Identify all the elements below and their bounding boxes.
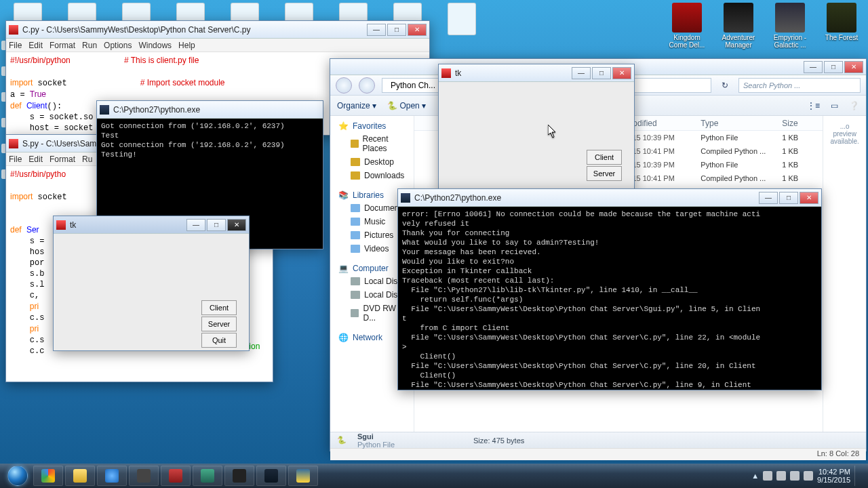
close-button[interactable]: ✕	[227, 219, 246, 231]
minimize-button[interactable]: —	[804, 61, 823, 73]
taskbar-app[interactable]	[161, 466, 191, 486]
window-tk-app-2[interactable]: tk — □ ✕ Client Server	[438, 64, 635, 190]
taskbar-python[interactable]	[288, 466, 318, 486]
steam-icon	[264, 469, 278, 483]
close-button[interactable]: ✕	[844, 61, 863, 73]
col-type[interactable]: Type	[701, 119, 782, 128]
maximize-button[interactable]: □	[779, 192, 798, 204]
tray-icon[interactable]	[763, 471, 772, 481]
server-button[interactable]: Server	[587, 166, 622, 181]
game-thumb-icon	[672, 3, 702, 33]
desktop-icon-the-forest[interactable]: The Forest	[822, 3, 861, 49]
taskbar-app[interactable]	[224, 466, 254, 486]
tray-icon[interactable]	[776, 471, 786, 481]
taskbar-explorer[interactable]	[65, 466, 95, 486]
tk-icon	[9, 139, 18, 148]
titlebar[interactable]: C:\Python27\python.exe	[97, 101, 323, 119]
python-icon	[100, 105, 109, 115]
show-desktop-button[interactable]	[854, 466, 860, 486]
tk-icon	[56, 220, 66, 230]
desktop-icon-empyrion[interactable]: Empyrion - Galactic ...	[770, 3, 810, 49]
nav-recent-places[interactable]: Recent Places	[333, 132, 411, 155]
desktop-icon-kingdom-come[interactable]: Kingdom Come Del...	[667, 3, 707, 49]
network-icon[interactable]	[790, 471, 800, 481]
titlebar[interactable]: C:\Python27\python.exe — □ ✕	[398, 189, 821, 207]
taskbar-app[interactable]	[193, 466, 222, 486]
client-button[interactable]: Client	[587, 150, 622, 165]
close-button[interactable]: ✕	[408, 24, 427, 36]
maximize-button[interactable]: □	[592, 67, 611, 79]
maximize-button[interactable]: □	[207, 219, 226, 231]
menubar: File Edit Format Run Options Windows Hel…	[6, 39, 429, 52]
minimize-button[interactable]: —	[186, 219, 205, 231]
python-icon	[296, 469, 310, 483]
view-options-button[interactable]: ⋮≡	[807, 101, 820, 110]
app-icon	[233, 469, 246, 483]
titlebar[interactable]: tk — □ ✕	[439, 64, 634, 82]
tk-body: Client Server	[439, 82, 634, 189]
open-button[interactable]: 🐍 Open ▾	[387, 101, 426, 110]
nav-favorites-header[interactable]: ⭐ Favorites	[333, 120, 411, 132]
menu-format[interactable]: Format	[50, 41, 75, 50]
titlebar[interactable]: tk — □ ✕	[54, 216, 249, 234]
maximize-button[interactable]: □	[387, 24, 406, 36]
menu-windows[interactable]: Windows	[138, 41, 172, 50]
tray-expand-button[interactable]: ▲	[751, 472, 759, 480]
console-output[interactable]: error: [Errno 10061] No connection could…	[398, 207, 821, 390]
start-button[interactable]	[4, 464, 31, 488]
client-button[interactable]: Client	[201, 300, 237, 315]
app-icon	[169, 469, 182, 483]
window-title: tk	[70, 220, 76, 230]
desktop-icon-adventurer-manager[interactable]: Adventurer Manager	[719, 3, 758, 49]
help-button[interactable]: ❔	[849, 101, 859, 110]
volume-icon[interactable]	[804, 471, 813, 481]
menu-format[interactable]: Format	[50, 155, 75, 164]
close-button[interactable]: ✕	[800, 192, 818, 204]
menu-edit[interactable]: Edit	[28, 41, 43, 50]
taskbar-steam[interactable]	[256, 466, 286, 486]
icon-label: Empyrion - Galactic ...	[770, 34, 810, 49]
tk-icon	[441, 68, 451, 78]
back-button[interactable]	[336, 77, 352, 94]
close-button[interactable]: ✕	[612, 67, 631, 79]
menu-edit[interactable]: Edit	[28, 155, 43, 164]
taskbar-app[interactable]	[129, 466, 159, 486]
menu-options[interactable]: Options	[104, 41, 132, 50]
refresh-button[interactable]: ↻	[718, 81, 732, 90]
minimize-button[interactable]: —	[367, 24, 386, 36]
window-tk-app-1[interactable]: tk — □ ✕ Client Server Quit	[53, 216, 250, 351]
organize-button[interactable]: Organize ▾	[337, 101, 376, 110]
taskbar: ▲ 10:42 PM 9/15/2015	[0, 464, 868, 488]
menu-file[interactable]: File	[9, 155, 22, 164]
maximize-button[interactable]: □	[824, 61, 843, 73]
game-thumb-icon	[724, 3, 753, 33]
taskbar-clock[interactable]: 10:42 PM 9/15/2015	[817, 468, 850, 484]
desktop-icon[interactable]	[448, 3, 476, 35]
menu-run[interactable]: Ru	[82, 155, 92, 164]
taskbar-chrome[interactable]	[33, 466, 63, 486]
preview-pane-button[interactable]: ▭	[831, 101, 838, 110]
minimize-button[interactable]: —	[572, 67, 591, 79]
search-input[interactable]: Search Python ...	[738, 78, 861, 93]
nav-desktop[interactable]: Desktop	[333, 155, 411, 169]
tk-icon	[9, 25, 18, 35]
chrome-icon	[41, 469, 55, 483]
window-title: C.py - C:\Users\SammyWest\Desktop\Python…	[22, 25, 251, 35]
col-size[interactable]: Size	[782, 119, 823, 128]
nav-downloads[interactable]: Downloads	[333, 169, 411, 182]
titlebar[interactable]: C.py - C:\Users\SammyWest\Desktop\Python…	[6, 21, 429, 39]
statusbar: Ln: 8 Col: 28	[330, 448, 866, 460]
col-modified[interactable]: ...odified	[626, 119, 701, 128]
server-button[interactable]: Server	[201, 317, 237, 331]
game-thumb-icon	[827, 3, 856, 33]
window-console-client[interactable]: C:\Python27\python.exe — □ ✕ error: [Err…	[397, 188, 822, 390]
menu-help[interactable]: Help	[178, 41, 195, 50]
quit-button[interactable]: Quit	[201, 333, 237, 348]
forward-button[interactable]	[359, 77, 375, 94]
minimize-button[interactable]: —	[759, 192, 778, 204]
taskbar-ie[interactable]	[97, 466, 127, 486]
menu-file[interactable]: File	[9, 41, 22, 50]
game-thumb-icon	[775, 3, 805, 33]
window-title: C:\Python27\python.exe	[113, 105, 200, 115]
menu-run[interactable]: Run	[82, 41, 97, 50]
